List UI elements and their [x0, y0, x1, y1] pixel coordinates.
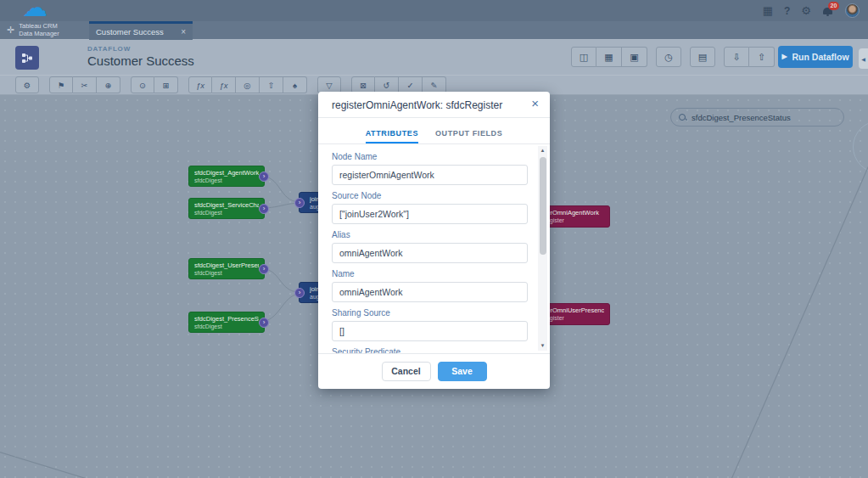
- alias-field[interactable]: [332, 243, 528, 263]
- prediction-node-button[interactable]: ♠: [283, 76, 307, 93]
- save-button[interactable]: ▣: [622, 47, 647, 67]
- name-field[interactable]: [332, 282, 528, 302]
- node-type: sfdcDigest: [194, 269, 259, 277]
- dataflow-icon: [15, 46, 39, 70]
- grid-view-button[interactable]: ▦: [596, 47, 622, 67]
- app-title-line2: Data Manager: [19, 30, 59, 37]
- app-launcher-icon[interactable]: ▦: [763, 5, 773, 16]
- input-port[interactable]: ›: [294, 198, 305, 208]
- notes-button[interactable]: ▤: [690, 47, 715, 67]
- download-json-button[interactable]: ⇩: [724, 47, 749, 67]
- upload-json-button[interactable]: ⇧: [749, 47, 775, 67]
- source-node-field[interactable]: [332, 204, 528, 224]
- security-predicate-label: Security Predicate: [332, 347, 528, 353]
- node-type: sfdcDigest: [194, 323, 259, 330]
- tab-close-icon[interactable]: ×: [181, 27, 186, 37]
- canvas-search[interactable]: [670, 108, 844, 127]
- notification-badge: 20: [828, 2, 839, 10]
- notifications-bell-icon[interactable]: 20: [822, 5, 834, 17]
- slice-node-button[interactable]: ✂: [73, 76, 97, 93]
- discovery-node-button[interactable]: ◎: [236, 76, 260, 93]
- search-icon: [679, 114, 686, 121]
- run-dataflow-button[interactable]: ▶ Run Dataflow: [778, 46, 853, 68]
- node-name-label: Node Name: [332, 152, 528, 161]
- alias-label: Alias: [332, 230, 528, 239]
- scroll-down-icon[interactable]: ▼: [538, 341, 547, 351]
- node-type: sfdcDigest: [194, 177, 259, 184]
- undo-button[interactable]: ↺: [375, 76, 399, 93]
- search-input[interactable]: [692, 113, 836, 122]
- node-name-field[interactable]: [332, 165, 528, 185]
- tab-label: Customer Success: [96, 27, 181, 37]
- run-dataflow-label: Run Dataflow: [792, 52, 849, 62]
- node-sfdcdigest-presencestatus[interactable]: sfdcDigest_PresenceStatus sfdcDigest ›: [188, 312, 265, 333]
- app-title-line1: Tableau CRM: [19, 22, 57, 30]
- tab-output-fields[interactable]: OUTPUT FIELDS: [435, 129, 502, 143]
- node-attributes-modal: registerOmniAgentWork: sfdcRegister × AT…: [318, 92, 550, 389]
- update-node-button[interactable]: ⊞: [154, 76, 178, 93]
- edit-button[interactable]: ✎: [423, 76, 446, 93]
- tab-bar: ✛ Tableau CRM Data Manager Customer Succ…: [0, 21, 868, 40]
- filter-node-button[interactable]: ▽: [317, 76, 341, 93]
- page-title: Customer Success: [87, 53, 194, 68]
- node-title: sfdcDigest_PresenceStatus: [194, 315, 259, 323]
- page-header: DATAFLOW Customer Success ◫ ▦ ▣ ◷ ▤ ⇩ ⇧ …: [0, 40, 868, 75]
- app-title-data-manager[interactable]: ✛ Tableau CRM Data Manager: [7, 22, 59, 37]
- flatten-node-button[interactable]: ⇧: [260, 76, 283, 93]
- global-header: ☁ ▦ ? ⚙ 20: [0, 0, 868, 21]
- output-port[interactable]: ›: [259, 264, 269, 274]
- schedule-button[interactable]: ◷: [656, 47, 681, 67]
- salesforce-cloud-logo: ☁: [22, 0, 48, 20]
- validate-button[interactable]: ✓: [399, 76, 423, 93]
- modal-tabs: ATTRIBUTES OUTPUT FIELDS: [318, 118, 550, 144]
- node-title: sfdcDigest_ServiceChannel: [194, 201, 259, 209]
- modal-scrollbar[interactable]: ▲ ▼: [538, 146, 547, 351]
- node-sfdcdigest-servicechannel[interactable]: sfdcDigest_ServiceChannel sfdcDigest ›: [188, 198, 265, 219]
- sharing-source-field[interactable]: [332, 321, 528, 341]
- app-root: ☁ ▦ ? ⚙ 20 ✛ Tableau CRM Data Manager Cu…: [0, 0, 868, 478]
- overview-button[interactable]: ◫: [571, 47, 596, 67]
- output-port[interactable]: ›: [259, 204, 269, 214]
- modal-close-icon[interactable]: ×: [531, 97, 539, 110]
- append-node-button[interactable]: ⊕: [97, 76, 120, 93]
- dataset-builder-node-button[interactable]: ⚑: [49, 76, 73, 93]
- collapse-panel-toggle[interactable]: ◀: [859, 48, 868, 69]
- node-title: sfdcDigest_AgentWork: [194, 169, 259, 177]
- sfdc-digest-node-button[interactable]: ⚙: [15, 76, 39, 93]
- play-icon: ▶: [781, 53, 787, 60]
- augment-node-button[interactable]: ⊙: [131, 76, 154, 93]
- sharing-source-label: Sharing Source: [332, 308, 528, 318]
- node-title: sfdcDigest_UserPresence: [194, 261, 259, 269]
- compute-relative-node-button[interactable]: ƒx: [212, 76, 236, 93]
- tableau-crm-logo-icon: ✛: [7, 25, 14, 36]
- tab-customer-success[interactable]: Customer Success ×: [89, 21, 193, 40]
- source-node-label: Source Node: [332, 191, 528, 200]
- help-icon[interactable]: ?: [784, 5, 790, 17]
- delete-node-button[interactable]: ⊠: [351, 76, 375, 93]
- output-port[interactable]: ›: [259, 318, 269, 328]
- output-port[interactable]: ›: [259, 172, 269, 182]
- scrollbar-thumb[interactable]: [540, 157, 546, 255]
- compute-expression-node-button[interactable]: ƒx: [188, 76, 212, 93]
- input-port[interactable]: ›: [294, 288, 305, 298]
- scroll-up-icon[interactable]: ▲: [538, 146, 547, 155]
- node-type: sfdcDigest: [194, 209, 259, 217]
- cancel-button[interactable]: Cancel: [382, 362, 431, 381]
- name-label: Name: [332, 269, 528, 278]
- node-sfdcdigest-userpresence[interactable]: sfdcDigest_UserPresence sfdcDigest ›: [188, 258, 265, 279]
- setup-gear-icon[interactable]: ⚙: [801, 5, 811, 16]
- node-sfdcdigest-agentwork[interactable]: sfdcDigest_AgentWork sfdcDigest ›: [188, 166, 265, 187]
- save-button[interactable]: Save: [438, 362, 487, 381]
- modal-title: registerOmniAgentWork: sfdcRegister: [332, 99, 502, 111]
- dataflow-eyebrow: DATAFLOW: [87, 45, 131, 53]
- tab-attributes[interactable]: ATTRIBUTES: [366, 129, 418, 143]
- modal-body: Node Name Source Node Alias Name Sharing…: [318, 144, 550, 353]
- user-avatar[interactable]: [845, 3, 860, 18]
